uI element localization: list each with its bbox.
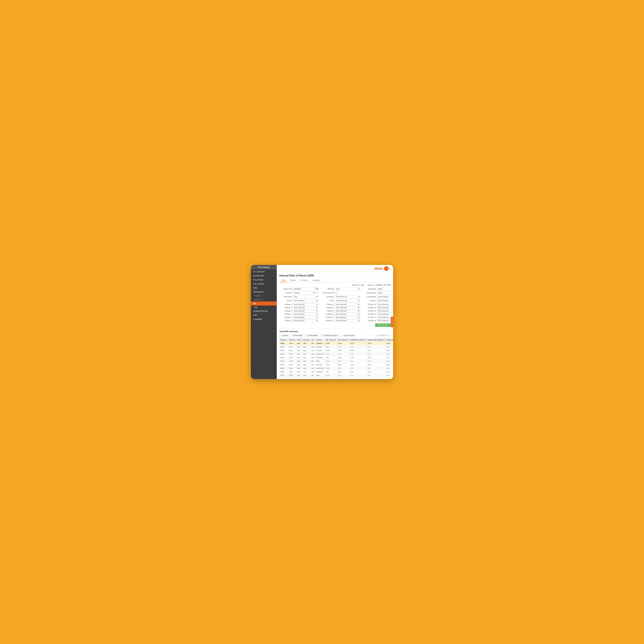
non-linked-label: Non-linked only bbox=[321, 292, 334, 294]
feedback-tab[interactable]: Feedback bbox=[391, 317, 393, 327]
generate-report-button[interactable]: Generate report bbox=[375, 323, 391, 327]
col-linked-irr[interactable]: Linked IRR - MkM CCY bbox=[349, 338, 367, 342]
col-irr-deal[interactable]: IRR - Deal CCY bbox=[325, 338, 337, 342]
country-select[interactable]: None Selected bbox=[293, 299, 318, 302]
portfolio3-select[interactable]: None Selected bbox=[293, 309, 318, 312]
table-row[interactable]: 35501 Test 6 Deal Loan INR India 11.14 7… bbox=[280, 374, 393, 377]
table-row[interactable]: 35500 Test 5 Deal Loan USD Nicaragua 8.2… bbox=[280, 356, 393, 359]
portfolio6-select[interactable]: None Selected bbox=[293, 319, 318, 322]
sidebar-item-workflow[interactable]: WORKFLOW bbox=[251, 274, 277, 278]
col-phase[interactable]: Phase bbox=[296, 338, 302, 342]
table-row[interactable]: 35499 Test4 Deal Loan ZAR South Africa 1… bbox=[280, 352, 393, 356]
chevron-down-icon: ▼ bbox=[389, 268, 391, 269]
sidebar-item-my-company[interactable]: MY COMPANY bbox=[251, 270, 277, 274]
tab-country[interactable]: Country bbox=[288, 278, 298, 282]
table-row[interactable]: 35497 Test 3 Deal Loan TZS Tanzania 15.2… bbox=[280, 363, 393, 366]
table-row[interactable]: 35497 Test 3 Deal Loan TZS Tanzania 15.2… bbox=[280, 349, 393, 352]
search-button[interactable]: 🔍 Search bbox=[279, 334, 290, 337]
sidebar-item-collateral[interactable]: COLLATERAL bbox=[251, 282, 277, 286]
sidebar-item-administration[interactable]: ADMINISTRATION bbox=[251, 309, 277, 313]
cell-linked-scenario: 1.70 bbox=[385, 366, 393, 370]
report-date-input[interactable]: 5/13/2020 bbox=[293, 288, 315, 290]
portfolio8-select[interactable]: None Selected bbox=[335, 306, 360, 309]
first-page-icon[interactable]: « bbox=[374, 335, 375, 337]
sidebar-item-valuation[interactable]: VALUATION bbox=[251, 278, 277, 282]
portfolio2-select[interactable]: None Selected bbox=[293, 306, 318, 309]
top-info-bar: MkM CCY EUR Latest run 5/13/2023, 10:47 … bbox=[279, 284, 391, 286]
sidebar-item-reporting[interactable]: REPORTING bbox=[251, 290, 277, 294]
single-deal-select-button[interactable]: Select bbox=[377, 287, 384, 290]
cell-country: Nicaragua bbox=[315, 370, 325, 374]
p2-label: Portfolio 2 bbox=[279, 307, 292, 309]
deal-phase-select[interactable]: Deal bbox=[293, 295, 318, 298]
company-button[interactable]: Test company bbox=[251, 265, 277, 269]
counterparty-select[interactable]: None Selected bbox=[377, 295, 393, 298]
prev-page-icon[interactable]: < bbox=[376, 335, 377, 337]
portfolio13-select[interactable]: None Selected bbox=[377, 303, 393, 306]
portfolio7-select[interactable]: None Selected bbox=[335, 303, 360, 306]
cell-deal-ref: 35496 bbox=[280, 345, 288, 349]
portfolio15-select[interactable]: None Selected bbox=[377, 309, 393, 312]
sidebar-item-irr[interactable]: IRR bbox=[251, 301, 277, 306]
col-deal-ref[interactable]: Deal ref ▲ bbox=[280, 338, 288, 342]
portfolio10-select[interactable]: None Selected bbox=[335, 313, 360, 316]
latest-run-value: 5/13/2023, 10:47 AM bbox=[376, 284, 391, 286]
tab-currency[interactable]: Currency bbox=[298, 278, 310, 282]
sector-select[interactable]: All Selected (8) bbox=[335, 299, 360, 302]
portfolio9-select[interactable]: None Selected bbox=[335, 309, 360, 312]
col-deal-type[interactable]: Deal type bbox=[302, 338, 311, 342]
sidebar-item-pam[interactable]: PAM bbox=[251, 313, 277, 317]
view-detail-button[interactable]: 👁 View detail bbox=[291, 334, 304, 337]
cell-linked-scenario: 11.43 bbox=[385, 370, 393, 374]
scenario-select[interactable]: Lehman bbox=[293, 291, 315, 294]
portfolio4-select[interactable]: None Selected bbox=[293, 313, 318, 316]
last-page-icon[interactable]: » bbox=[390, 335, 391, 337]
cell-deal-type: Loan bbox=[302, 342, 311, 345]
col-linked-scenario[interactable]: Linked Scenario IRR - MkM CCY bbox=[385, 338, 393, 342]
col-irr-mkm[interactable]: IRR - MkM CCY bbox=[337, 338, 349, 342]
next-page-icon[interactable]: > bbox=[388, 335, 389, 337]
deal-types-select[interactable]: All Selected (2) bbox=[335, 295, 360, 298]
export-button[interactable]: 📄 Export to Excel bbox=[340, 334, 356, 337]
table-row[interactable]: 35501 Test 6 Deal Loan INR India 11.14 7… bbox=[280, 359, 393, 363]
cell-irr-deal: 8.40 bbox=[325, 345, 337, 349]
info-icon[interactable]: ⓘ bbox=[316, 292, 318, 294]
col-ccy[interactable]: CCY bbox=[311, 338, 315, 342]
cell-irr-mkm: 14.22 bbox=[337, 342, 349, 345]
sidebar-subitem-market-data[interactable]: Market data bbox=[251, 298, 277, 301]
currency-select[interactable]: None Selected bbox=[377, 299, 393, 302]
cell-linked-irr: 13.93 bbox=[349, 363, 367, 366]
portfolio5-select[interactable]: None Selected bbox=[293, 316, 318, 319]
table-row[interactable]: 35496 Test 2 Deal Loan USD Pakistan 8.40… bbox=[280, 345, 393, 349]
tab-deal[interactable]: Deal bbox=[279, 278, 288, 282]
sensitivity-button[interactable]: 📈 Sensitivity analysis bbox=[320, 334, 339, 337]
p13-label: Portfolio 13 bbox=[363, 304, 376, 305]
show-details-button[interactable]: 🔍 Show details bbox=[305, 334, 319, 337]
col-scenario-irr[interactable]: Scenario IRR - MkM CCY bbox=[367, 338, 386, 342]
non-linked-checkbox[interactable] bbox=[335, 292, 337, 294]
portfolio12-select[interactable]: None Selected bbox=[335, 319, 360, 322]
cell-linked-irr: 13.93 bbox=[349, 349, 367, 352]
deal-process-select[interactable]: Active bbox=[377, 291, 393, 294]
col-other-ref[interactable]: Other ref bbox=[288, 338, 296, 342]
table-row[interactable]: 35500 Test 5 Deal Loan USD Nicaragua 8.2… bbox=[280, 370, 393, 374]
tab-company[interactable]: Company bbox=[310, 278, 322, 282]
portfolio1-select[interactable]: None Selected bbox=[293, 303, 318, 306]
sidebar-subitem-portfolio[interactable]: Portfolio bbox=[251, 294, 277, 298]
irr-type-select[interactable]: Total bbox=[335, 287, 360, 290]
sidebar-subitem-valt[interactable]: Valt bbox=[251, 306, 277, 309]
table-row[interactable]: 35495 Test 1 Deal Loan TJS Tajikistan 19… bbox=[280, 342, 393, 345]
portfolio11-select[interactable]: None Selected bbox=[335, 316, 360, 319]
sidebar-item-planning[interactable]: PLANNING bbox=[251, 317, 277, 321]
portfolio16-select[interactable]: None Selected bbox=[377, 313, 393, 316]
mkm-ccy-value: EUR bbox=[361, 284, 364, 286]
portfolio14-select[interactable]: None Selected bbox=[377, 306, 393, 309]
calendar-icon[interactable]: 📅 bbox=[315, 287, 319, 290]
col-country[interactable]: Country bbox=[315, 338, 325, 342]
user-avatar[interactable]: T bbox=[384, 266, 389, 271]
counterparty-row: Counterparty None Selected bbox=[363, 295, 393, 298]
table-row[interactable]: 35499 Test4 Deal Loan ZAR South Africa 1… bbox=[280, 366, 393, 370]
cell-other-ref: Test 1 bbox=[288, 342, 296, 345]
p1-label: Portfolio 1 bbox=[279, 304, 292, 305]
sidebar-item-risk[interactable]: RISK bbox=[251, 286, 277, 290]
